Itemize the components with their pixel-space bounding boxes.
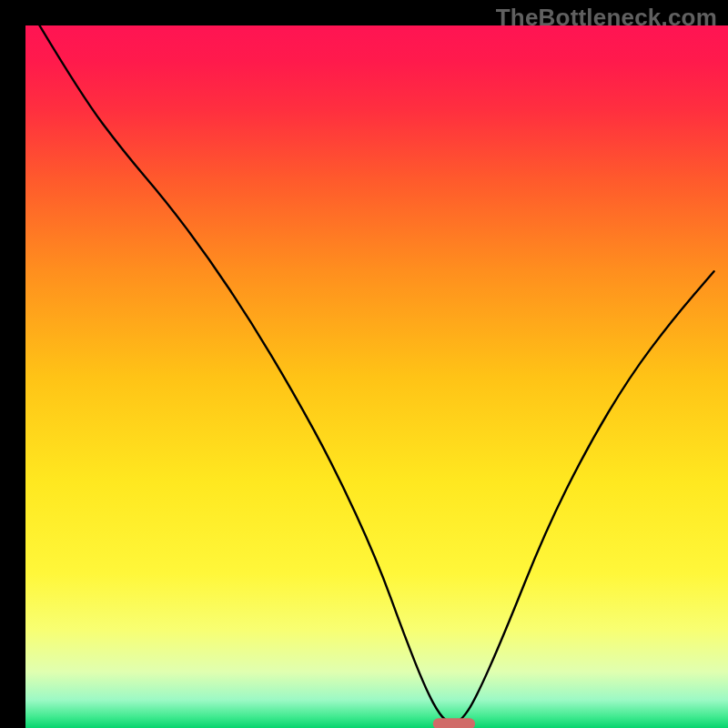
chart-frame xyxy=(13,13,715,715)
optimal-marker xyxy=(433,718,475,728)
bottleneck-chart xyxy=(25,25,728,728)
gradient-background xyxy=(25,25,728,728)
watermark-text: TheBottleneck.com xyxy=(496,4,717,32)
